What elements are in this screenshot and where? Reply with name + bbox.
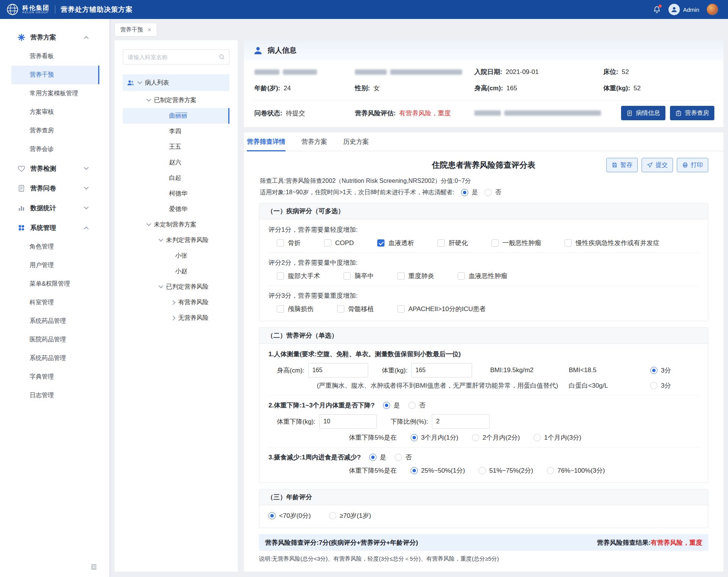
tree-node-patient[interactable]: 柯德华 bbox=[123, 186, 229, 201]
brand-subtitle: KELUN GROUP bbox=[22, 11, 50, 14]
radio-intake-reduced-no[interactable]: 否 bbox=[395, 453, 412, 462]
radio-51-75[interactable]: 51%~75%(2分) bbox=[479, 466, 533, 475]
checkbox-general-malignancy[interactable]: 一般恶性肿瘤 bbox=[491, 239, 541, 247]
radio-bmi-3points[interactable]: 3分 bbox=[650, 366, 699, 375]
tab-screening-detail[interactable]: 营养筛查详情 bbox=[247, 132, 286, 151]
collapse-sidebar-icon[interactable] bbox=[90, 563, 98, 571]
radio-within-2-months[interactable]: 2个月内(2分) bbox=[472, 433, 520, 442]
checkbox-abdominal-surgery[interactable]: 腹部大手术 bbox=[277, 272, 320, 280]
radio-icon bbox=[411, 434, 418, 441]
loss-ratio-input[interactable] bbox=[432, 414, 490, 429]
save-draft-button[interactable]: 暂存 bbox=[606, 158, 638, 172]
nutrition-rounds-button[interactable]: 营养查房 bbox=[670, 106, 714, 120]
chevron-down-icon bbox=[84, 185, 89, 190]
user-menu[interactable]: Admin bbox=[668, 4, 699, 15]
checkbox-checked-icon bbox=[377, 239, 384, 247]
radio-icon bbox=[461, 189, 468, 196]
sidebar-item-system-drug-management-2[interactable]: 系统药品管理 bbox=[11, 349, 99, 368]
tree-node-undetermined-risk-group[interactable]: 未判定营养风险 bbox=[123, 233, 229, 248]
sidebar-item-nutrition-rounds[interactable]: 营养查房 bbox=[11, 121, 99, 140]
checkbox-chronic-acute[interactable]: 慢性疾病急性发作或有并发症 bbox=[565, 239, 659, 247]
checkbox-icon bbox=[438, 239, 445, 247]
radio-conscious-no[interactable]: 否 bbox=[485, 188, 501, 197]
sidebar-item-log-management[interactable]: 日志管理 bbox=[11, 386, 99, 405]
sidebar-item-plan-review[interactable]: 方案审核 bbox=[11, 103, 99, 121]
checkbox-hemodialysis[interactable]: 血液透析 bbox=[377, 239, 414, 247]
checkbox-cirr hosis[interactable]: 肝硬化 bbox=[438, 239, 468, 247]
tree-node-determined-risk-group[interactable]: 已判定营养风险 bbox=[123, 279, 229, 295]
tree-node-planned-group[interactable]: 已制定营养方案 bbox=[123, 93, 229, 108]
height-input[interactable] bbox=[308, 363, 368, 377]
close-icon[interactable]: × bbox=[147, 27, 151, 33]
divider bbox=[268, 395, 699, 396]
print-button[interactable]: 打印 bbox=[677, 158, 708, 172]
sidebar-group-nutrition-questionnaire[interactable]: 营养问卷 bbox=[0, 178, 109, 198]
notification-bell-icon[interactable] bbox=[653, 6, 661, 14]
patient-info-title: 病人信息 bbox=[268, 46, 297, 55]
weight-loss-input[interactable] bbox=[319, 414, 377, 429]
tree-node-patient[interactable]: 小赵 bbox=[123, 264, 229, 279]
tree-node-patient[interactable]: 赵六 bbox=[123, 155, 229, 170]
radio-age-70-plus[interactable]: ≥70岁(1岁) bbox=[329, 511, 371, 520]
sidebar-item-department-management[interactable]: 科室管理 bbox=[11, 293, 99, 312]
tree-node-patient[interactable]: 李四 bbox=[123, 124, 229, 139]
field-hospital-no-redacted bbox=[355, 69, 474, 75]
summary-result-value: 有营养风险，重度 bbox=[651, 538, 702, 547]
sidebar-item-system-drug-management[interactable]: 系统药品管理 bbox=[11, 312, 99, 330]
radio-age-under-70[interactable]: <70岁(0分) bbox=[268, 511, 311, 520]
condition-info-button[interactable]: 病情信息 bbox=[621, 106, 665, 120]
tree-node-patient[interactable]: 小张 bbox=[123, 248, 229, 264]
radio-within-3-months[interactable]: 3个月内(1分) bbox=[411, 433, 458, 442]
sidebar-group-system-management[interactable]: 系统管理 bbox=[0, 218, 109, 237]
radio-conscious-yes[interactable]: 是 bbox=[461, 188, 478, 197]
tree-node-unplanned-group[interactable]: 未定制营养方案 bbox=[123, 217, 229, 233]
checkbox-brain-injury[interactable]: 颅脑损伤 bbox=[277, 305, 314, 313]
radio-weight-loss-yes[interactable]: 是 bbox=[383, 401, 400, 410]
radio-albumin-3points[interactable]: 3分 bbox=[650, 381, 699, 390]
sidebar-item-nutrition-board[interactable]: 营养看板 bbox=[11, 47, 99, 66]
chevron-down-icon bbox=[158, 283, 163, 288]
tree-node-has-risk-group[interactable]: 有营养风险 bbox=[123, 295, 229, 310]
tree-node-patient-selected[interactable]: 曲丽丽 bbox=[123, 108, 229, 124]
radio-weight-loss-no[interactable]: 否 bbox=[408, 401, 425, 410]
sidebar-item-dictionary-management[interactable]: 字典管理 bbox=[11, 368, 99, 386]
patient-list-panel: 病人列表 已制定营养方案 曲丽丽 李四 王五 赵六 白起 柯德华 爱德华 bbox=[115, 40, 238, 572]
sidebar-item-nutrition-consultation[interactable]: 营养会诊 bbox=[11, 140, 99, 159]
profile-avatar[interactable] bbox=[707, 4, 718, 15]
checkbox-bone-marrow-transplant[interactable]: 骨髓移植 bbox=[337, 305, 374, 313]
radio-76-100[interactable]: 76%~100%(3分) bbox=[547, 466, 605, 475]
tree-node-no-risk-group[interactable]: 无营养风险 bbox=[123, 310, 229, 326]
tab-nutrition-intervention[interactable]: 营养干预 × bbox=[115, 23, 157, 36]
brand-name: 科伦集团 bbox=[22, 5, 50, 11]
tree-node-patient[interactable]: 白起 bbox=[123, 170, 229, 186]
sidebar-group-data-statistics[interactable]: 数据统计 bbox=[0, 198, 109, 218]
checkbox-stroke[interactable]: 脑卒中 bbox=[344, 272, 374, 280]
sidebar-group-nutrition-plan[interactable]: 营养方案 bbox=[0, 27, 109, 47]
sidebar-item-nutrition-intervention[interactable]: 营养干预 bbox=[11, 66, 99, 84]
weight-input[interactable] bbox=[411, 363, 472, 377]
radio-intake-reduced-yes[interactable]: 是 bbox=[369, 453, 386, 462]
radio-within-1-month[interactable]: 1个月内(3分) bbox=[533, 433, 581, 442]
tab-history-plan[interactable]: 历史方案 bbox=[343, 132, 369, 151]
checkbox-apache-icu[interactable]: APACHEII>10分的ICU患者 bbox=[397, 305, 486, 313]
checkbox-icon bbox=[324, 239, 331, 247]
sidebar-item-hospital-drug-management[interactable]: 医院药品管理 bbox=[11, 330, 99, 349]
tab-nutrition-plan[interactable]: 营养方案 bbox=[301, 132, 327, 151]
department-search-input[interactable] bbox=[123, 49, 229, 64]
checkbox-copd[interactable]: COPD bbox=[324, 239, 354, 247]
checkbox-severe-pneumonia[interactable]: 重度肺炎 bbox=[397, 272, 434, 280]
checkbox-hematologic-malignancy[interactable]: 血液恶性肿瘤 bbox=[458, 272, 507, 280]
tree-node-patient[interactable]: 王五 bbox=[123, 139, 229, 155]
tree-node-patient-list[interactable]: 病人列表 bbox=[123, 74, 229, 91]
sidebar-group-nutrition-testing[interactable]: 营养检测 bbox=[0, 159, 109, 178]
sidebar-item-menu-permission-management[interactable]: 菜单&权限管理 bbox=[11, 275, 99, 293]
search-icon[interactable] bbox=[218, 53, 225, 60]
chevron-down-icon bbox=[84, 165, 89, 170]
sidebar-item-user-management[interactable]: 用户管理 bbox=[11, 256, 99, 275]
tree-node-patient[interactable]: 爱德华 bbox=[123, 201, 229, 217]
sidebar-item-template-management[interactable]: 常用方案模板管理 bbox=[11, 84, 99, 103]
radio-25-50[interactable]: 25%~50%(1分) bbox=[411, 466, 465, 475]
submit-button[interactable]: 提交 bbox=[642, 158, 673, 172]
sidebar-item-role-management[interactable]: 角色管理 bbox=[11, 237, 99, 256]
checkbox-fracture[interactable]: 骨折 bbox=[277, 239, 301, 247]
